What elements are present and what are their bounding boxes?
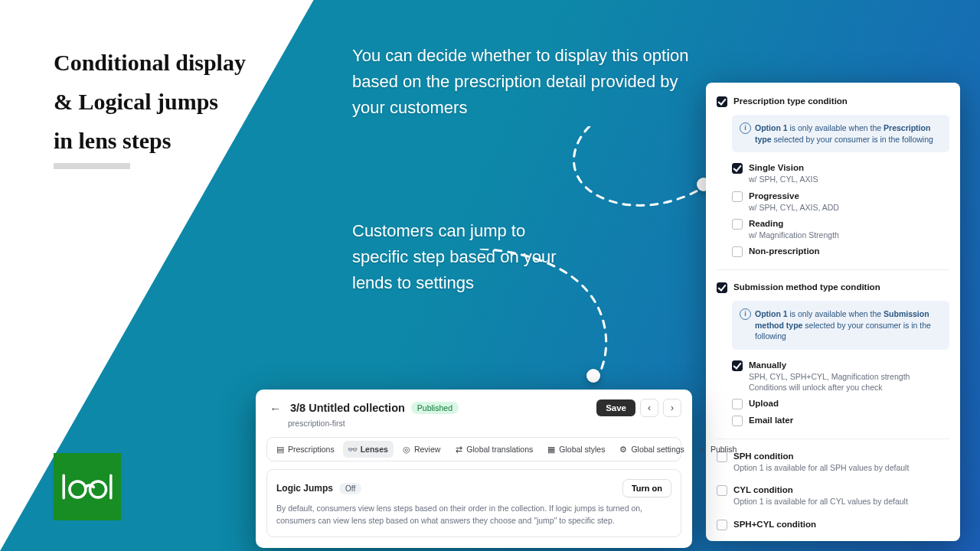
collection-slug: prescription-first <box>288 419 681 428</box>
submission-method-condition-checkbox[interactable]: Submission method type condition <box>717 279 949 296</box>
option-manually[interactable]: ManuallySPH, CYL, SPH+CYL, Magnification… <box>732 357 949 396</box>
turn-on-button[interactable]: Turn on <box>622 479 671 497</box>
logic-jumps-title: Logic Jumps <box>276 483 333 494</box>
next-button[interactable]: › <box>663 399 681 417</box>
list-icon: ▤ <box>276 445 285 454</box>
checkbox-icon <box>717 520 727 530</box>
dashed-arrow-top <box>559 126 720 218</box>
palette-icon: ▦ <box>547 445 556 454</box>
checkbox-icon <box>732 219 743 230</box>
tab-lenses[interactable]: 👓Lenses <box>343 441 394 458</box>
status-badge: Published <box>411 402 459 414</box>
option-upload[interactable]: Upload <box>732 396 949 412</box>
tab-review[interactable]: ◎Review <box>397 441 446 458</box>
glasses-icon: 👓 <box>348 445 358 454</box>
option-progressive[interactable]: Progressivew/ SPH, CYL, AXIS, ADD <box>732 188 949 216</box>
tab-publish[interactable]: ✓Publish <box>693 441 742 458</box>
logic-state-badge: Off <box>339 483 361 494</box>
svg-point-2 <box>90 481 106 497</box>
info-pill: Option 1 is only available when the Pres… <box>732 115 949 152</box>
tab-global-translations[interactable]: ⇄Global translations <box>449 441 538 458</box>
logic-jumps-description: By default, consumers view lens steps ba… <box>276 503 671 527</box>
collection-title: 3/8 Untitled collection <box>290 402 405 414</box>
option-email-later[interactable]: Email later <box>732 412 949 429</box>
checkbox-icon <box>717 96 727 107</box>
annotation-top: You can decide whether to display this o… <box>352 43 704 121</box>
checkbox-icon <box>732 191 743 202</box>
info-pill: Option 1 is only available when the Subm… <box>732 301 949 350</box>
dashed-arrow-bottom <box>475 249 628 386</box>
checkbox-icon <box>732 416 743 426</box>
checkbox-icon <box>717 282 727 293</box>
svg-point-1 <box>70 481 86 497</box>
brand-logo <box>54 453 121 520</box>
option-sph-cyl-condition[interactable]: SPH+CYL condition <box>717 517 949 533</box>
collection-editor-panel: ← 3/8 Untitled collection Published Save… <box>256 390 692 548</box>
back-arrow-icon[interactable]: ← <box>266 400 284 416</box>
checkbox-icon <box>732 246 743 257</box>
save-button[interactable]: Save <box>596 399 635 416</box>
option-sph-condition[interactable]: SPH conditionOption 1 is available for a… <box>717 448 949 476</box>
gear-icon: ⚙ <box>619 445 628 454</box>
tab-global-styles[interactable]: ▦Global styles <box>541 441 610 458</box>
prev-button[interactable]: ‹ <box>640 399 658 417</box>
option-single-vision[interactable]: Single Visionw/ SPH, CYL, AXIS <box>732 160 949 187</box>
option-cyl-condition[interactable]: CYL conditionOption 1 is available for a… <box>717 482 949 510</box>
tab-prescriptions[interactable]: ▤Prescriptions <box>270 441 340 458</box>
checkbox-icon <box>732 360 743 371</box>
option-reading[interactable]: Readingw/ Magnification Strength <box>732 216 949 243</box>
hero-title: Conditional display & Logical jumps in l… <box>54 43 246 160</box>
translate-icon: ⇄ <box>454 445 463 454</box>
check-icon: ✓ <box>698 445 707 454</box>
title-underline <box>54 163 130 169</box>
checkbox-icon <box>732 399 743 409</box>
editor-tabs: ▤Prescriptions 👓Lenses ◎Review ⇄Global t… <box>266 437 681 461</box>
eye-icon: ◎ <box>402 445 411 454</box>
logic-jumps-card: Logic Jumps Off Turn on By default, cons… <box>266 469 681 537</box>
checkbox-icon <box>732 163 743 174</box>
checkbox-icon <box>717 485 727 496</box>
option-non-prescription[interactable]: Non-prescription <box>732 243 949 260</box>
tab-global-settings[interactable]: ⚙Global settings <box>613 441 689 458</box>
prescription-type-condition-checkbox[interactable]: Prescription type condition <box>717 93 949 110</box>
conditions-panel: Prescription type condition Option 1 is … <box>706 83 960 541</box>
arrow-end-dot <box>586 369 600 383</box>
